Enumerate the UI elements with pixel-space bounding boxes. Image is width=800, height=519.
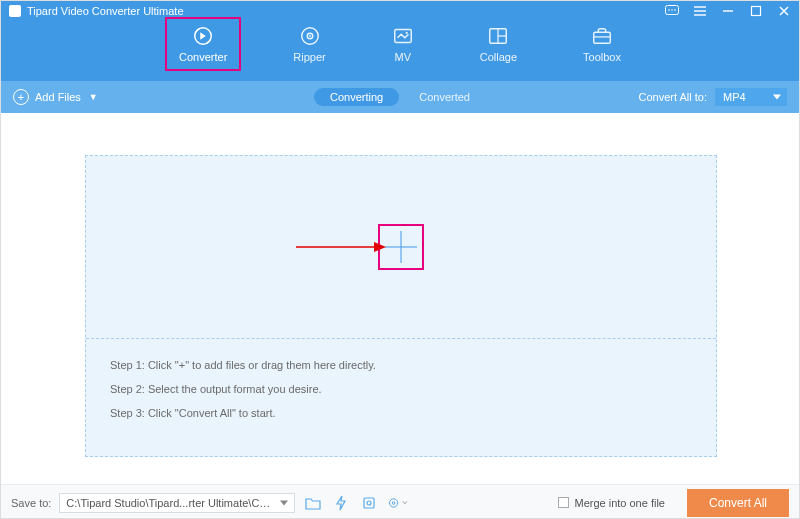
tab-label: Converter (179, 51, 227, 63)
svg-point-3 (674, 9, 676, 11)
footer: Save to: C:\Tipard Studio\Tipard...rter … (1, 484, 799, 519)
save-path-value: C:\Tipard Studio\Tipard...rter Ultimate\… (66, 497, 295, 509)
minimize-icon[interactable] (721, 4, 735, 18)
svg-point-14 (309, 35, 311, 37)
close-icon[interactable] (777, 4, 791, 18)
svg-rect-8 (752, 7, 761, 16)
convert-all-button[interactable]: Convert All (687, 489, 789, 517)
folder-icon (305, 496, 321, 510)
add-files-label: Add Files (35, 91, 81, 103)
feedback-icon[interactable] (665, 4, 679, 18)
tab-collage[interactable]: Collage (470, 21, 527, 67)
app-logo-icon (9, 5, 21, 17)
maximize-icon[interactable] (749, 4, 763, 18)
hardware-accel-button[interactable] (331, 493, 351, 513)
app-header: Tipard Video Converter Ultimate Con (1, 1, 799, 81)
titlebar: Tipard Video Converter Ultimate (1, 1, 799, 19)
main-area: Step 1: Click "+" to add files or drag t… (1, 113, 799, 484)
dropzone-top (86, 156, 716, 338)
merge-label: Merge into one file (574, 497, 665, 509)
app-title: Tipard Video Converter Ultimate (27, 5, 184, 17)
tab-label: Collage (480, 51, 517, 63)
step-3-text: Step 3: Click "Convert All" to start. (110, 401, 692, 425)
svg-point-1 (668, 9, 670, 11)
chip-icon (361, 495, 377, 511)
svg-point-27 (367, 501, 371, 505)
open-folder-button[interactable] (303, 493, 323, 513)
plus-circle-icon: + (13, 89, 29, 105)
ripper-icon (299, 25, 321, 47)
tab-label: MV (394, 51, 411, 63)
toolbox-icon (591, 25, 613, 47)
merge-checkbox[interactable]: Merge into one file (558, 497, 665, 509)
add-files-button[interactable]: + Add Files ▼ (13, 89, 98, 105)
save-to-label: Save to: (11, 497, 51, 509)
step-1-text: Step 1: Click "+" to add files or drag t… (110, 353, 692, 377)
step-2-text: Step 2: Select the output format you des… (110, 377, 692, 401)
output-format-select[interactable]: MP4 (715, 88, 787, 106)
tab-mv[interactable]: MV (382, 21, 424, 67)
output-format-value: MP4 (723, 91, 746, 103)
svg-point-2 (671, 9, 673, 11)
settings-button[interactable] (387, 493, 407, 513)
chevron-down-icon (402, 500, 408, 505)
tab-label: Toolbox (583, 51, 621, 63)
plus-icon (381, 227, 421, 267)
menu-icon[interactable] (693, 4, 707, 18)
gear-icon (387, 495, 400, 511)
toolbar: + Add Files ▼ Converting Converted Conve… (1, 81, 799, 113)
tab-label: Ripper (293, 51, 325, 63)
checkbox-icon (558, 497, 569, 508)
nav-tabs: Converter Ripper MV Collage Toolbox (1, 21, 799, 67)
convert-all-to: Convert All to: MP4 (639, 88, 787, 106)
convert-all-to-label: Convert All to: (639, 91, 707, 103)
mv-icon (392, 25, 414, 47)
status-tabs: Converting Converted (314, 88, 486, 106)
dropzone[interactable]: Step 1: Click "+" to add files or drag t… (85, 155, 717, 457)
tab-converter[interactable]: Converter (169, 21, 237, 67)
svg-point-16 (405, 32, 407, 34)
svg-rect-20 (594, 32, 611, 43)
save-path-select[interactable]: C:\Tipard Studio\Tipard...rter Ultimate\… (59, 493, 295, 513)
tab-ripper[interactable]: Ripper (283, 21, 335, 67)
svg-marker-23 (374, 242, 386, 252)
chevron-down-icon: ▼ (89, 92, 98, 102)
converter-icon (192, 25, 214, 47)
tab-toolbox[interactable]: Toolbox (573, 21, 631, 67)
tab-converted[interactable]: Converted (403, 88, 486, 106)
bolt-icon (334, 495, 348, 511)
instruction-steps: Step 1: Click "+" to add files or drag t… (86, 339, 716, 440)
svg-point-28 (390, 498, 398, 506)
tab-converting[interactable]: Converting (314, 88, 399, 106)
window-controls (665, 4, 791, 18)
collage-icon (487, 25, 509, 47)
annotation-arrow-icon (296, 240, 386, 254)
svg-rect-26 (364, 498, 374, 508)
svg-point-29 (393, 501, 396, 504)
high-speed-button[interactable] (359, 493, 379, 513)
